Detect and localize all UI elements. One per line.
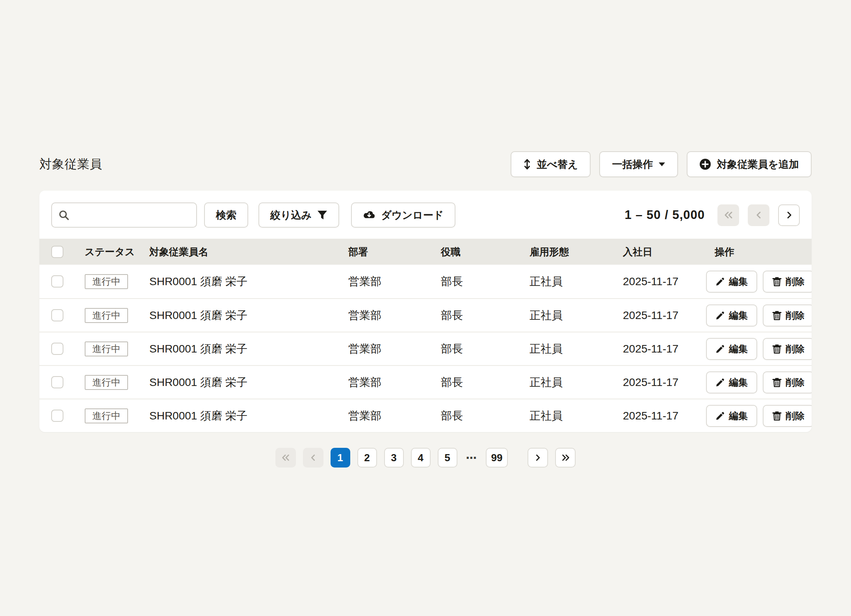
employee-department: 営業部 (336, 408, 429, 423)
page-button[interactable]: 1 (331, 448, 350, 468)
employee-name: SHR0001 須磨 栄子 (137, 408, 336, 423)
status-badge: 進行中 (85, 375, 128, 390)
row-checkbox[interactable] (51, 376, 63, 388)
select-all-checkbox[interactable] (51, 246, 63, 258)
col-header-name: 対象従業員名 (137, 245, 336, 258)
table-toolbar: 検索 絞り込み ダウンロード 1 – 50 / 5,000 (39, 191, 812, 239)
last-page-button[interactable] (555, 448, 576, 468)
table-body: 進行中 SHR0001 須磨 栄子 営業部 部長 正社員 2025-11-17 … (39, 265, 812, 432)
row-checkbox[interactable] (51, 410, 63, 422)
edit-button[interactable]: 編集 (706, 271, 757, 293)
employee-name: SHR0001 須磨 栄子 (137, 308, 336, 323)
status-badge: 進行中 (85, 274, 128, 289)
toolbar-pagination: 1 – 50 / 5,000 (624, 204, 800, 226)
prev-page-button[interactable] (303, 448, 323, 468)
employee-hire-date: 2025-11-17 (611, 376, 703, 389)
col-header-status: ステータス (73, 245, 137, 258)
search-button[interactable]: 検索 (204, 202, 248, 228)
employee-department: 営業部 (336, 375, 429, 390)
cloud-download-icon (363, 210, 375, 220)
edit-button[interactable]: 編集 (706, 304, 757, 327)
pencil-icon (715, 411, 725, 421)
page-button[interactable]: 5 (438, 448, 457, 468)
employee-position: 部長 (429, 375, 518, 390)
delete-button[interactable]: 削除 (763, 304, 812, 327)
next-page-button[interactable] (528, 448, 548, 468)
trash-icon (772, 310, 782, 321)
edit-button[interactable]: 編集 (706, 405, 757, 427)
first-page-button[interactable] (275, 448, 296, 468)
delete-button[interactable]: 削除 (763, 271, 812, 293)
table-row: 進行中 SHR0001 須磨 栄子 営業部 部長 正社員 2025-11-17 … (39, 332, 812, 365)
employee-hire-date: 2025-11-17 (611, 343, 703, 355)
employee-department: 営業部 (336, 308, 429, 323)
edit-button-label: 編集 (729, 376, 748, 389)
sort-updown-icon (523, 158, 531, 170)
row-checkbox[interactable] (51, 275, 63, 288)
page-button[interactable]: 4 (411, 448, 431, 468)
pencil-icon (715, 378, 725, 387)
bottom-pagination: 12345 ⋯ 99 (39, 448, 812, 468)
table-row: 進行中 SHR0001 須磨 栄子 営業部 部長 正社員 2025-11-17 … (39, 265, 812, 298)
edit-button[interactable]: 編集 (706, 338, 757, 360)
delete-button-label: 削除 (786, 376, 805, 389)
table-row: 進行中 SHR0001 須磨 栄子 営業部 部長 正社員 2025-11-17 … (39, 399, 812, 432)
search-button-label: 検索 (216, 208, 236, 222)
row-checkbox[interactable] (51, 309, 63, 321)
edit-button-label: 編集 (729, 343, 748, 355)
col-header-actions: 操作 (703, 245, 812, 258)
employee-employment-type: 正社員 (518, 341, 611, 356)
filter-button[interactable]: 絞り込み (258, 202, 339, 228)
page-title: 対象従業員 (39, 156, 102, 173)
table-row: 進行中 SHR0001 須磨 栄子 営業部 部長 正社員 2025-11-17 … (39, 298, 812, 332)
bulk-actions-label: 一括操作 (612, 158, 653, 171)
page-button[interactable]: 3 (384, 448, 404, 468)
trash-icon (772, 411, 782, 421)
bulk-actions-button[interactable]: 一括操作 (599, 151, 678, 177)
funnel-icon (317, 210, 327, 220)
delete-button[interactable]: 削除 (763, 405, 812, 427)
trash-icon (772, 276, 782, 287)
col-header-employment: 雇用形態 (518, 245, 611, 258)
search-box (51, 202, 197, 228)
next-page-button[interactable] (778, 204, 800, 226)
delete-button-label: 削除 (786, 343, 805, 355)
employee-table-card: 検索 絞り込み ダウンロード 1 – 50 / 5,000 (39, 191, 812, 432)
sort-button[interactable]: 並べ替え (511, 151, 591, 177)
edit-button[interactable]: 編集 (706, 371, 757, 393)
pencil-icon (715, 311, 725, 320)
search-input[interactable] (74, 209, 190, 221)
employee-position: 部長 (429, 274, 518, 289)
delete-button[interactable]: 削除 (763, 371, 812, 393)
status-badge: 進行中 (85, 341, 128, 356)
download-button[interactable]: ダウンロード (351, 202, 455, 228)
delete-button-label: 削除 (786, 410, 805, 422)
prev-page-button[interactable] (748, 204, 769, 226)
row-checkbox[interactable] (51, 343, 63, 355)
employee-employment-type: 正社員 (518, 308, 611, 323)
employee-department: 営業部 (336, 341, 429, 356)
col-header-hire-date: 入社日 (611, 245, 703, 258)
edit-button-label: 編集 (729, 309, 748, 322)
employee-position: 部長 (429, 308, 518, 323)
result-range: 1 – 50 / 5,000 (624, 208, 705, 222)
edit-button-label: 編集 (729, 275, 748, 288)
first-page-button[interactable] (717, 204, 739, 226)
employee-hire-date: 2025-11-17 (611, 309, 703, 322)
table-header-row: ステータス 対象従業員名 部署 役職 雇用形態 入社日 操作 (39, 239, 812, 265)
page-header: 対象従業員 並べ替え 一括操作 (39, 151, 812, 177)
status-badge: 進行中 (85, 308, 128, 323)
col-header-department: 部署 (336, 245, 429, 258)
page-button-last-number[interactable]: 99 (486, 448, 508, 468)
delete-button-label: 削除 (786, 275, 805, 288)
add-employee-button[interactable]: 対象従業員を追加 (687, 151, 812, 177)
filter-button-label: 絞り込み (270, 208, 312, 222)
header-actions: 並べ替え 一括操作 対象従業員を追加 (511, 151, 812, 177)
employee-name: SHR0001 須磨 栄子 (137, 274, 336, 289)
table-row: 進行中 SHR0001 須磨 栄子 営業部 部長 正社員 2025-11-17 … (39, 365, 812, 399)
delete-button[interactable]: 削除 (763, 338, 812, 360)
page-button[interactable]: 2 (357, 448, 377, 468)
col-header-position: 役職 (429, 245, 518, 258)
pencil-icon (715, 277, 725, 286)
delete-button-label: 削除 (786, 309, 805, 322)
